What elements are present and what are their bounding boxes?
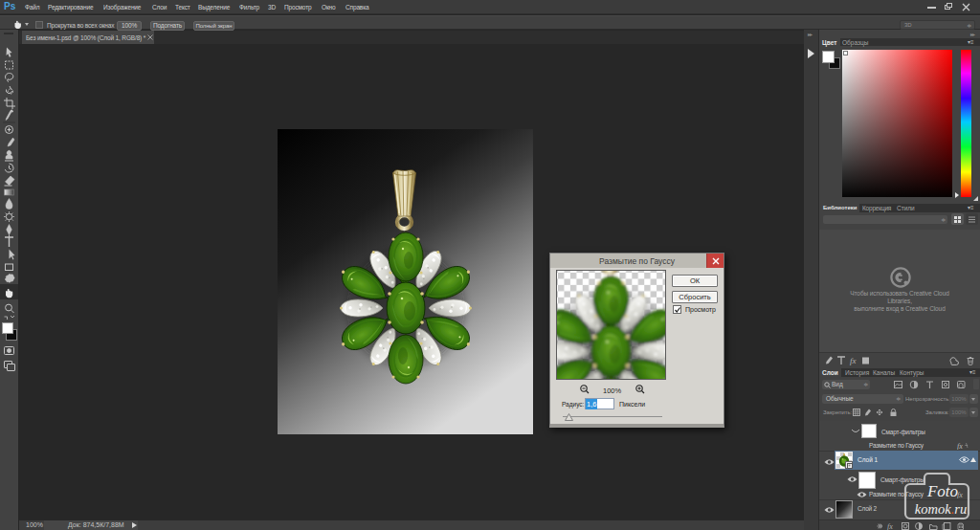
svg-text:Foto: Foto	[926, 482, 958, 500]
svg-text:fx: fx	[850, 356, 857, 365]
svg-text:komok.ru: komok.ru	[915, 501, 967, 517]
svg-text:fx: fx	[887, 522, 893, 530]
svg-text:fx: fx	[957, 442, 963, 451]
